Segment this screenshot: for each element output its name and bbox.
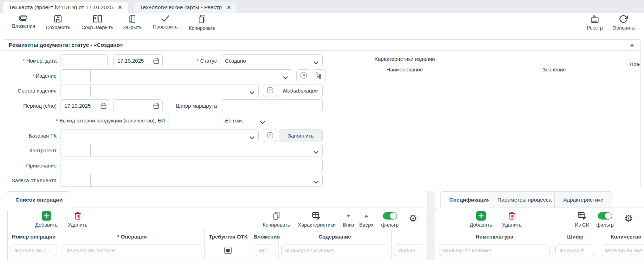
spec-settings-button[interactable]: ⚙ xyxy=(624,214,633,223)
contractor-select[interactable] xyxy=(60,144,323,157)
period-from-value: 17.10.2025 xyxy=(64,100,91,112)
period-label: Период (с/по) xyxy=(3,99,57,112)
operations-settings-button[interactable]: ⚙ xyxy=(409,214,417,223)
filter-code-input[interactable] xyxy=(555,245,595,256)
col-extra xyxy=(391,230,426,244)
copy-icon xyxy=(272,211,280,221)
save-button[interactable]: Сохранить xyxy=(46,14,70,30)
status-select[interactable]: Создано xyxy=(221,54,323,67)
row-divider xyxy=(436,259,644,259)
requisites-title: Реквизиты документа: статус - «Создано» xyxy=(3,40,640,51)
tab-operations-list[interactable]: Список операций xyxy=(7,191,71,208)
calendar-icon[interactable] xyxy=(101,103,107,110)
close-icon[interactable]: × xyxy=(227,4,231,11)
registry-button[interactable]: Реестр xyxy=(587,14,603,31)
filter-attachments-input[interactable] xyxy=(255,245,276,256)
number-input[interactable] xyxy=(60,54,108,67)
spec-delete-button[interactable]: Удалить xyxy=(502,211,521,228)
output-label: * Выход готовой продукции (количество), … xyxy=(3,114,165,127)
filter-operation-input[interactable] xyxy=(63,245,201,256)
col-operation: * Операция xyxy=(60,230,204,244)
specification-panel: Добавить Удалить Из СИ фильтр ⚙ Номенкла… xyxy=(436,208,644,260)
collapse-panel-icon[interactable] xyxy=(630,44,635,46)
composition-code-segment[interactable] xyxy=(60,84,91,97)
filter-extra-input[interactable] xyxy=(394,245,424,256)
operations-filter-toggle[interactable]: фильтр xyxy=(381,211,399,228)
route-code-input[interactable] xyxy=(221,99,323,112)
characteristics-group-header: Характеристики изделия xyxy=(327,54,482,64)
client-request-code-segment[interactable] xyxy=(60,174,91,186)
filter-nomenclature-input[interactable] xyxy=(439,245,550,256)
output-quantity-input[interactable] xyxy=(168,114,217,127)
client-request-select[interactable] xyxy=(60,174,323,187)
characteristics-tab-label: Характеристики xyxy=(563,197,604,203)
operations-add-label: Добавить xyxy=(35,222,58,228)
product-characteristics-table: Характеристики изделия Пра-вить Наименов… xyxy=(327,54,640,75)
close-icon[interactable]: × xyxy=(118,4,122,11)
spec-add-button[interactable]: Добавить xyxy=(470,211,492,228)
chevron-down-icon xyxy=(250,134,255,140)
copy-document-button[interactable]: Копировать xyxy=(189,14,215,31)
filter-otk-checkbox[interactable] xyxy=(224,247,232,254)
spec-filter-toggle[interactable]: фильтр xyxy=(596,211,614,228)
period-to-input[interactable] xyxy=(113,99,163,112)
chevron-down-icon xyxy=(260,119,265,125)
check-button[interactable]: Проверить xyxy=(153,14,178,30)
panel-splitter[interactable] xyxy=(427,191,434,260)
calendar-icon[interactable] xyxy=(153,103,159,110)
tab-process-parameters[interactable]: Параметры процесса xyxy=(489,191,560,208)
open-composition-button[interactable] xyxy=(263,84,277,97)
period-from-input[interactable]: 17.10.2025 xyxy=(60,99,110,112)
close-document-button[interactable]: Закрыть xyxy=(123,14,142,30)
open-product-button[interactable] xyxy=(296,69,310,82)
filter-operation-number-input[interactable] xyxy=(11,245,57,256)
save-close-button[interactable]: Сохр.Закрыть xyxy=(82,14,113,30)
operations-delete-button[interactable]: Удалить xyxy=(68,211,87,228)
save-label: Сохранить xyxy=(46,25,70,30)
trash-icon xyxy=(73,211,82,221)
table-edit-icon xyxy=(578,211,587,221)
fill-button[interactable]: Заполнить xyxy=(279,129,323,142)
characteristics-header-spacer xyxy=(482,54,626,64)
refresh-icon xyxy=(619,14,628,24)
add-plus-icon xyxy=(42,211,51,221)
attachments-button[interactable]: Вложения xyxy=(12,14,35,29)
gear-icon: ⚙ xyxy=(409,214,417,223)
operations-characteristics-button[interactable]: Характеристики xyxy=(298,211,336,228)
calendar-icon[interactable] xyxy=(153,58,159,65)
composition-select[interactable] xyxy=(60,84,259,97)
col-quantity: Количество xyxy=(598,230,644,244)
operations-add-button[interactable]: Добавить xyxy=(35,211,58,228)
filter-quantity-input[interactable] xyxy=(601,245,644,256)
unit-select[interactable]: Ед.изм. xyxy=(221,114,269,127)
operations-move-down-button[interactable]: Вниз xyxy=(343,211,354,228)
note-input[interactable] xyxy=(60,159,323,172)
save-close-icon xyxy=(93,14,102,23)
product-tree-button[interactable] xyxy=(312,69,326,82)
filter-content-input[interactable] xyxy=(281,245,388,256)
tab-techcard[interactable]: Тех.карта (проект №11319) от 17.10.2025 … xyxy=(3,2,128,13)
characteristics-col-name: Наименование xyxy=(327,64,482,75)
open-base-tk-button[interactable] xyxy=(263,129,277,142)
base-tk-select[interactable] xyxy=(60,129,259,142)
contractor-code-segment[interactable] xyxy=(60,144,91,157)
modification-input[interactable]: Модификация xyxy=(279,84,323,97)
operations-up-label: Вверх xyxy=(359,222,373,228)
characteristics-col-edit: Пра-вить xyxy=(626,54,640,75)
product-code-segment[interactable] xyxy=(60,70,91,82)
toggle-on-icon[interactable] xyxy=(598,212,612,220)
specification-tab-label: Спецификация xyxy=(449,197,490,203)
operations-copy-button[interactable]: Копировать xyxy=(263,211,290,228)
composition-label: Состав изделия xyxy=(3,84,57,97)
requisites-panel: Реквизиты документа: статус - «Создано» … xyxy=(3,39,640,188)
tab-characteristics[interactable]: Характеристики xyxy=(554,191,612,208)
toggle-on-icon[interactable] xyxy=(383,212,397,220)
operations-move-up-button[interactable]: Вверх xyxy=(359,211,373,228)
spec-from-si-button[interactable]: Из СИ xyxy=(575,211,590,228)
col-attachments: Вложения xyxy=(252,230,280,244)
date-input[interactable]: 17.10.2025 xyxy=(113,54,163,67)
gear-icon: ⚙ xyxy=(624,214,633,223)
tab-registry[interactable]: Технологические карты - Реестр × xyxy=(134,2,237,13)
refresh-button[interactable]: Обновить xyxy=(612,14,635,31)
product-select[interactable] xyxy=(60,69,292,82)
